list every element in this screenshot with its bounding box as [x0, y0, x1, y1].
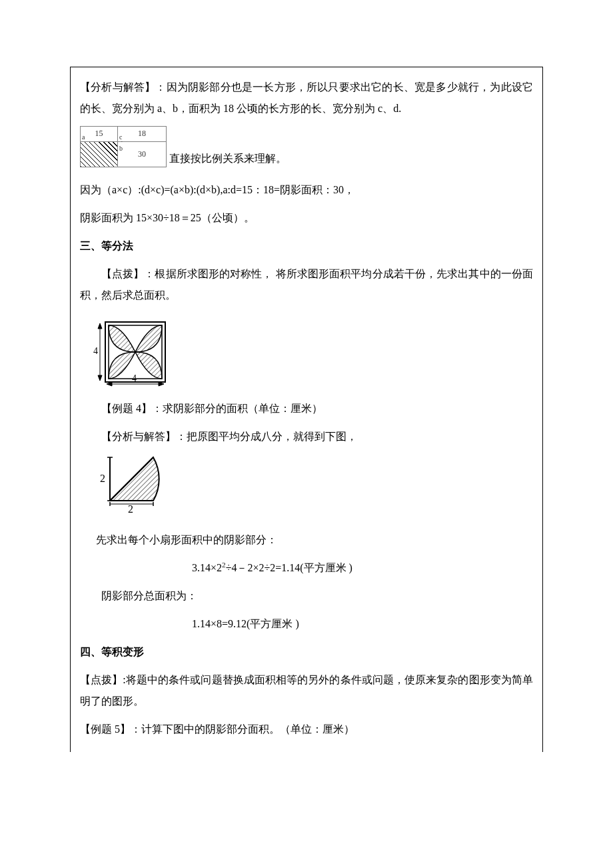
example-4-title: 【例题 4】：求阴影部分的面积（单位：厘米） [80, 398, 533, 419]
diag-val-30: 30 [138, 148, 146, 161]
formula-1: 3.14×22÷4－2×2÷2=1.14(平方厘米 ) [80, 557, 533, 579]
shaded-area-result: 阴影面积为 15×30÷18＝25（公顷）。 [80, 207, 533, 229]
ratio-text: 因为（a×c）:(d×c)=(a×b):(d×b),a:d=15：18=阴影面积… [80, 179, 533, 201]
sector-intro: 先求出每个小扇形面积中的阴影部分： [80, 529, 533, 551]
svg-marker-5 [98, 375, 102, 381]
diag-label-b: b [119, 143, 123, 154]
flower-diagram: 4 4 [92, 315, 533, 389]
page: 【分析与解答】：因为阴影部分也是一长方形，所以只要求出它的长、宽是多少就行，为此… [0, 0, 613, 868]
example-5-title: 【例题 5】：计算下图中的阴影部分面积。（单位：厘米） [80, 719, 533, 740]
analysis-text-1: 【分析与解答】：因为阴影部分也是一长方形，所以只要求出它的长、宽是多少就行，为此… [80, 77, 533, 119]
total-area-intro: 阴影部分总面积为： [80, 585, 533, 607]
section-4-heading: 四、等积变形 [80, 641, 533, 663]
svg-marker-4 [98, 323, 102, 329]
diag-val-15: 15 [95, 127, 103, 140]
diagram-caption: 直接按比例关系来理解。 [169, 150, 287, 167]
rectangle-diagram-row: 15 a 18 c d b 30 [80, 126, 533, 167]
eighth-dim-v: 2 [100, 473, 105, 484]
eighth-dim-h: 2 [128, 503, 133, 515]
rectangle-diagram: 15 a 18 c d b 30 [80, 126, 167, 167]
tip-text-4: 【点拨】:将题中的条件或问题替换成面积相等的另外的条件或问题，使原来复杂的图形变… [80, 669, 533, 712]
formula-2: 1.14×8=9.12(平方厘米 ) [80, 613, 533, 635]
example-4-analysis: 【分析与解答】：把原图平均分成八分，就得到下图， [80, 426, 533, 447]
diag-val-18: 18 [138, 127, 146, 140]
flower-dim-h: 4 [132, 373, 137, 383]
diag-label-a: a [82, 132, 85, 143]
content-cell: 【分析与解答】：因为阴影部分也是一长方形，所以只要求出它的长、宽是多少就行，为此… [70, 67, 543, 752]
tip-text-3: 【点拨】：根据所求图形的对称性， 将所求图形面积平均分成若干份，先求出其中的一份… [80, 263, 533, 306]
eighth-diagram: 2 2 [93, 454, 533, 520]
section-3-heading: 三、等分法 [80, 235, 533, 257]
flower-dim-v: 4 [93, 346, 98, 356]
